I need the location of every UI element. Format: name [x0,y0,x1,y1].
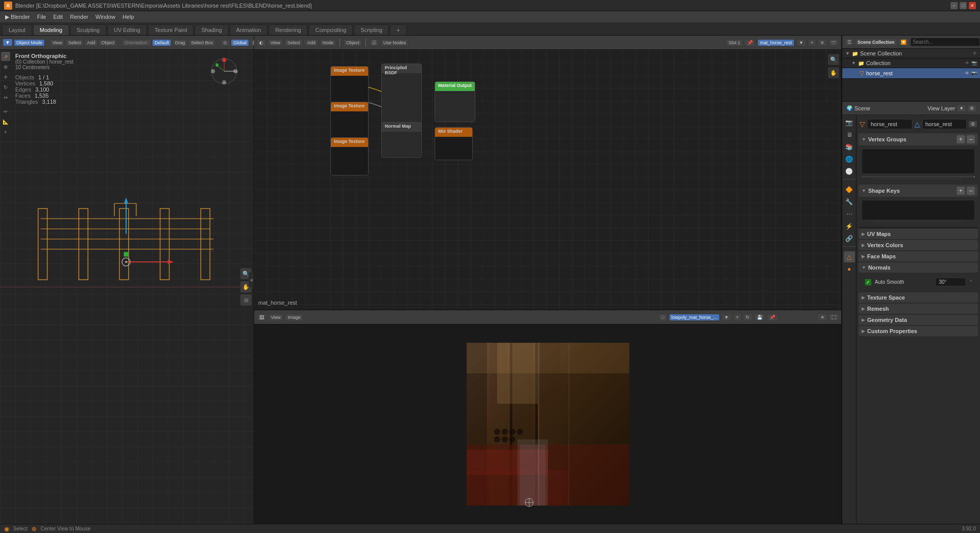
object-prop-icon[interactable]: 🔶 [844,184,855,195]
tab-uv-editing[interactable]: UV Editing [107,24,147,35]
prop-extra-btn[interactable]: ⚙ [969,121,977,127]
node-card-output[interactable]: Material Output [435,81,475,122]
close-button[interactable]: ✕ [969,2,976,9]
menu-edit[interactable]: Edit [50,13,66,21]
world-prop-icon[interactable]: ⚪ [844,166,855,177]
drag-btn[interactable]: Drag [173,40,187,46]
viewport-content[interactable]: ↗ ⊕ ✛ ↻ ⇔ ✏ 📐 + Front Orthographic (0) C… [0,50,254,524]
shape-keys-list[interactable] [862,200,975,220]
outliner-filter-btn[interactable]: 🔽 [899,39,908,45]
grid-icon[interactable]: ⊞ [240,294,252,306]
scene-collection-row[interactable]: ▼ 📁 Scene Collection 👁 [842,49,980,58]
node-card-3[interactable]: Image Texture [330,137,369,175]
render-prop-icon[interactable]: 📷 [844,117,855,128]
add-menu[interactable]: Add [85,40,97,46]
menu-help[interactable]: Help [119,13,137,21]
move-tool-icon[interactable]: ✛ [1,72,10,81]
tab-texture-paint[interactable]: Texture Paint [148,24,194,35]
tab-shading[interactable]: Shading [195,24,228,35]
left-panel-toggle[interactable]: ▶ [0,231,1,246]
collection-vis-icon[interactable]: 👁 [965,61,969,66]
3d-object[interactable] [20,188,234,291]
tab-scripting[interactable]: Scripting [354,24,389,35]
viewport-mode-btn[interactable]: ▼ [3,39,12,46]
vertex-colors-header[interactable]: ▶ Vertex Colors [859,240,978,250]
shape-keys-remove-btn[interactable]: – [967,187,975,195]
object-name-field[interactable]: horse_rest [867,119,912,129]
vertex-groups-remove-btn[interactable]: – [967,135,975,143]
node-new-btn[interactable]: + [809,40,815,46]
collection-row[interactable]: ▼ 📁 Collection 👁 📷 [842,58,980,68]
remesh-header[interactable]: ▶ Remesh [859,304,978,314]
obj-render-icon[interactable]: 📷 [971,71,977,76]
modifier-prop-icon[interactable]: 🔧 [844,196,855,208]
view-layer-options-btn[interactable]: ⚙ [968,105,976,111]
tab-add[interactable]: + [390,24,406,35]
vertex-groups-header[interactable]: ▼ Vertex Groups + – [859,133,978,145]
obj-vis-icon[interactable]: 👁 [965,71,969,76]
node-card-mix-1[interactable]: Principled BSDF [381,64,422,125]
geometry-data-header[interactable]: ▶ Geometry Data [859,315,978,325]
node-mat-name[interactable]: mat_horse_rest [758,40,794,46]
node-fake-user-btn[interactable]: 🛡 [830,40,838,46]
node-editor-type-icon[interactable]: ◐ [257,40,265,46]
uv-editor-type-icon[interactable]: 🖼 [257,314,266,320]
uv-maps-header[interactable]: ▶ UV Maps [859,229,978,239]
output-prop-icon[interactable]: 🖥 [844,129,855,140]
view-layer-browse-btn[interactable]: ▼ [957,105,966,111]
tab-sculpting[interactable]: Sculpting [70,24,106,35]
maximize-button[interactable]: □ [960,2,967,9]
tab-layout[interactable]: Layout [2,24,32,35]
menu-blender[interactable]: ▶ Blender [2,13,33,21]
vertex-groups-add-btn[interactable]: + [957,135,965,143]
object-menu[interactable]: Object [99,40,116,46]
auto-smooth-angle[interactable]: 30° [935,278,966,286]
node-delete-btn[interactable]: ✕ [818,40,826,46]
physics-prop-icon[interactable]: ⚡ [844,221,855,232]
cursor-tool-icon[interactable]: ⊕ [1,62,10,71]
node-select-menu[interactable]: Select [285,40,302,46]
uv-new-btn[interactable]: + [734,314,741,320]
constraints-prop-icon[interactable]: 🔗 [844,233,855,244]
node-object-btn[interactable]: Object [344,40,361,46]
uv-browse-btn[interactable]: ▼ [722,314,731,320]
scale-tool-icon[interactable]: ⇔ [1,93,10,102]
transform-global-btn[interactable]: Global [231,40,249,46]
scene-prop-icon[interactable]: 🌐 [844,154,855,165]
horse-rest-object-row[interactable]: ▽ horse_rest 👁 📷 [842,68,980,79]
menu-render[interactable]: Render [67,13,91,21]
normals-header[interactable]: ▼ Normals [859,262,978,273]
tab-modeling[interactable]: Modeling [33,24,69,35]
node-use-nodes-icon[interactable]: ☑ [370,40,378,46]
node-slot-selector[interactable]: Slot 1 [726,40,742,46]
uv-save-btn[interactable]: 💾 [755,314,764,320]
uv-pin-btn[interactable]: 📌 [768,314,777,320]
pivot-btn[interactable]: ⊙ [221,40,229,46]
node-view-menu[interactable]: View [268,40,282,46]
node-card-2[interactable]: Image Texture [330,102,369,140]
shape-keys-header[interactable]: ▼ Shape Keys + – [859,185,978,197]
tab-animation[interactable]: Animation [230,24,268,35]
custom-properties-header[interactable]: ▶ Custom Properties [859,326,978,336]
view-layer-prop-icon[interactable]: 📚 [844,141,855,153]
uv-reload-btn[interactable]: ↻ [744,314,752,320]
auto-smooth-checkbox[interactable]: ✓ [865,279,872,286]
node-add-menu[interactable]: Add [305,40,317,46]
node-card-extra[interactable]: Mix Shader [435,127,473,160]
uv-maximize-icon[interactable]: ⛶ [830,314,838,320]
particles-prop-icon[interactable]: ⋯ [844,209,855,220]
menu-file[interactable]: File [34,13,49,21]
uv-image-selector-icon[interactable]: □ [659,314,666,320]
view-menu[interactable]: View [50,40,64,46]
object-data-prop-icon[interactable]: △ [844,251,855,262]
uv-image-menu[interactable]: Image [286,314,302,320]
material-prop-icon[interactable]: ● [844,263,855,275]
menu-window[interactable]: Window [93,13,118,21]
vertex-groups-list[interactable] [862,149,975,174]
shape-keys-add-btn[interactable]: + [957,187,965,195]
select-tool-icon[interactable]: ↗ [1,52,10,61]
node-pinned-icon[interactable]: 📌 [745,40,755,46]
measure-tool-icon[interactable]: 📐 [1,117,10,126]
mesh-name-field[interactable]: horse_rest [922,119,967,129]
node-pan-btn[interactable]: ✋ [828,67,839,78]
